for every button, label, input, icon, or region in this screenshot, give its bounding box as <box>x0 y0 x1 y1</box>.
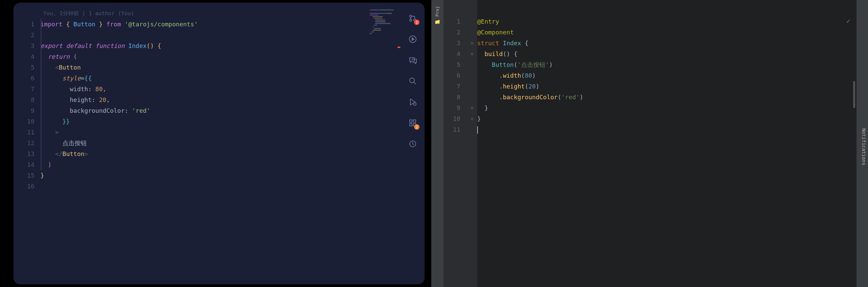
change-indicator-bar <box>40 19 42 170</box>
code-line[interactable]: ) <box>40 159 367 170</box>
fold-marker[interactable]: ⊟ <box>467 103 477 113</box>
line-number: 9 <box>443 103 460 113</box>
sync-icon[interactable] <box>407 138 418 149</box>
debug-icon[interactable] <box>407 97 418 107</box>
code-line[interactable] <box>40 30 367 41</box>
code-line[interactable]: .width(80) <box>477 70 857 81</box>
minimap[interactable] <box>367 3 401 284</box>
fold-marker[interactable] <box>467 27 477 38</box>
code-line[interactable]: > <box>40 127 367 138</box>
code-line[interactable]: export default function Index() { <box>40 41 367 51</box>
line-number: 5 <box>13 62 34 73</box>
right-editor-pane: 1234567891011 ⊟⊟⊟⊟ @Entry@Componentstruc… <box>443 0 857 287</box>
line-number: 5 <box>443 59 460 70</box>
line-number: 7 <box>443 81 460 92</box>
line-number: 7 <box>13 84 34 95</box>
extensions-badge: 2 <box>414 124 419 130</box>
code-line[interactable]: struct Index { <box>477 38 857 49</box>
line-number: 1 <box>13 19 34 30</box>
svg-point-5 <box>413 103 416 105</box>
code-line[interactable]: import { Button } from '@tarojs/componen… <box>40 19 367 30</box>
extensions-icon[interactable]: 2 <box>407 118 418 128</box>
line-number: 15 <box>13 170 34 181</box>
inspection-ok-icon[interactable]: ✓ <box>846 17 850 25</box>
fold-marker[interactable] <box>467 92 477 103</box>
code-line[interactable]: build() { <box>477 49 857 59</box>
project-tab[interactable]: 📁 Proj <box>434 4 441 27</box>
code-line[interactable] <box>40 181 367 192</box>
line-number: 4 <box>13 51 34 62</box>
code-line[interactable]: </Button> <box>40 149 367 159</box>
code-line[interactable]: } <box>477 113 857 124</box>
svg-point-2 <box>410 19 412 21</box>
code-line[interactable]: } <box>40 170 367 181</box>
line-number: 14 <box>13 159 34 170</box>
right-code-area[interactable]: @Entry@Componentstruct Index { build() {… <box>477 0 857 287</box>
code-line[interactable]: return ( <box>40 51 367 62</box>
line-number: 1 <box>443 16 460 27</box>
right-tool-tabs: Notifications 👁 Previewer <box>857 0 868 287</box>
left-editor-pane: 12345678910111213141516 You, 1分钟前 | 1 au… <box>13 3 425 284</box>
fold-marker[interactable] <box>467 59 477 70</box>
code-line[interactable]: }} <box>40 116 367 127</box>
code-line[interactable]: style={{ <box>40 73 367 84</box>
code-line[interactable]: width: 80, <box>40 84 367 95</box>
source-control-icon[interactable]: 1 <box>407 13 418 24</box>
line-number: 11 <box>13 127 34 138</box>
code-line[interactable]: .height(20) <box>477 81 857 92</box>
left-code-area[interactable]: You, 1分钟前 | 1 author (You) import { Butt… <box>40 3 367 284</box>
git-blame-annotation[interactable]: You, 1分钟前 | 1 author (You) <box>40 8 367 19</box>
scm-badge: 1 <box>414 20 419 25</box>
line-number: 10 <box>13 116 34 127</box>
code-line[interactable]: 点击按钮 <box>40 138 367 149</box>
comments-icon[interactable] <box>407 55 418 66</box>
svg-point-0 <box>410 15 412 17</box>
right-editor-container: 📁 Proj 1234567891011 ⊟⊟⊟⊟ @Entry@Compone… <box>431 0 868 287</box>
fold-marker[interactable] <box>467 16 477 27</box>
line-number: 13 <box>13 149 34 159</box>
code-line[interactable]: @Entry <box>477 16 857 27</box>
activity-bar: 1 2 <box>401 3 425 284</box>
fold-marker[interactable]: ⊟ <box>467 38 477 49</box>
line-number: 6 <box>443 70 460 81</box>
fold-marker[interactable] <box>467 81 477 92</box>
code-line[interactable]: <Button <box>40 62 367 73</box>
notifications-tab[interactable]: Notifications <box>860 126 868 168</box>
search-icon[interactable] <box>407 76 418 86</box>
line-number: 8 <box>443 92 460 103</box>
error-indicator[interactable] <box>398 47 400 48</box>
line-number: 4 <box>443 49 460 59</box>
fold-marker[interactable] <box>467 70 477 81</box>
line-number: 11 <box>443 124 460 135</box>
svg-rect-7 <box>413 120 416 122</box>
svg-rect-6 <box>410 120 412 122</box>
line-number: 16 <box>13 181 34 192</box>
line-number: 2 <box>13 30 34 41</box>
fold-marker[interactable] <box>467 124 477 135</box>
fold-marker[interactable]: ⊟ <box>467 49 477 59</box>
run-icon[interactable] <box>407 34 418 45</box>
code-line[interactable]: Button('点击按钮') <box>477 59 857 70</box>
fold-marker[interactable]: ⊟ <box>467 113 477 124</box>
code-line[interactable] <box>477 124 857 135</box>
minimap-preview <box>370 9 397 35</box>
code-line[interactable]: height: 20, <box>40 95 367 105</box>
line-number: 8 <box>13 95 34 105</box>
line-number: 10 <box>443 113 460 124</box>
code-line[interactable]: } <box>477 103 857 113</box>
right-gutter: 1234567891011 <box>443 0 467 287</box>
code-line[interactable]: backgroundColor: 'red' <box>40 105 367 116</box>
line-number: 6 <box>13 73 34 84</box>
code-line[interactable]: .backgroundColor('red') <box>477 92 857 103</box>
text-cursor <box>477 126 478 134</box>
left-gutter: 12345678910111213141516 <box>13 3 40 284</box>
line-number: 12 <box>13 138 34 149</box>
line-number: 9 <box>13 105 34 116</box>
code-line[interactable]: @Component <box>477 27 857 38</box>
svg-rect-8 <box>410 124 412 126</box>
fold-gutter: ⊟⊟⊟⊟ <box>467 0 477 287</box>
line-number: 3 <box>13 41 34 51</box>
project-tool-strip: 📁 Proj <box>431 0 443 287</box>
svg-point-4 <box>410 78 414 83</box>
scrollbar-thumb[interactable] <box>853 81 855 108</box>
